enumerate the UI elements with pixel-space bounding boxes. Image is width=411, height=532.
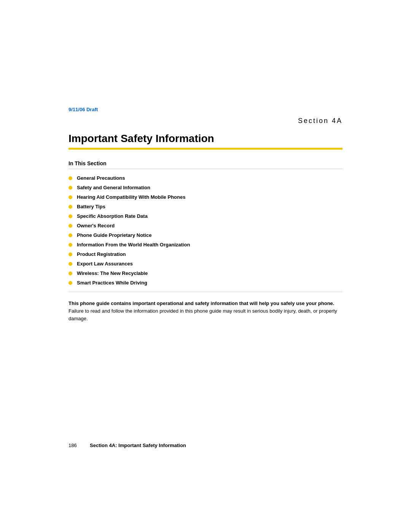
list-item: Export Law Assurances	[68, 261, 342, 267]
list-item: Owner's Record	[68, 223, 342, 228]
footer-page-number: 186	[68, 443, 84, 448]
list-item: Battery Tips	[68, 204, 342, 209]
yellow-rule-divider	[68, 148, 342, 150]
toc-item-label: Safety and General Information	[77, 185, 150, 190]
toc-item-label: Owner's Record	[77, 223, 115, 228]
toc-item-label: General Precautions	[77, 175, 125, 181]
toc-item-label: Battery Tips	[77, 204, 105, 209]
toc-item-label: Smart Practices While Driving	[77, 280, 147, 286]
description-block: This phone guide contains important oper…	[68, 300, 342, 323]
top-divider	[68, 169, 342, 169]
toc-item-label: Information From the World Health Organi…	[77, 242, 190, 248]
toc-item-label: Export Law Assurances	[77, 261, 133, 267]
footer-area: 186 Section 4A: Important Safety Informa…	[0, 443, 411, 448]
bullet-icon	[68, 262, 72, 266]
bullet-icon	[68, 176, 72, 180]
content-area: 9/11/06 Draft Section 4A Important Safet…	[68, 0, 342, 323]
description-bold: This phone guide contains important oper…	[68, 300, 334, 306]
bullet-icon	[68, 252, 72, 256]
bullet-icon	[68, 243, 72, 247]
toc-item-label: Phone Guide Proprietary Notice	[77, 232, 152, 238]
bullet-icon	[68, 233, 72, 237]
bullet-icon	[68, 281, 72, 285]
bullet-icon	[68, 195, 72, 199]
toc-item-label: Product Registration	[77, 251, 126, 257]
in-this-section-heading: In This Section	[68, 160, 342, 166]
list-item: Smart Practices While Driving	[68, 280, 342, 286]
list-item: Hearing Aid Compatibility With Mobile Ph…	[68, 194, 342, 200]
list-item: Phone Guide Proprietary Notice	[68, 232, 342, 238]
toc-item-label: Specific Absorption Rate Data	[77, 213, 148, 219]
page-container: 9/11/06 Draft Section 4A Important Safet…	[0, 0, 411, 532]
draft-label: 9/11/06 Draft	[68, 107, 342, 112]
description-regular: Failure to read and follow the informati…	[68, 308, 337, 321]
bullet-icon	[68, 214, 72, 218]
bottom-divider	[68, 292, 342, 292]
list-item: Safety and General Information	[68, 185, 342, 190]
bullet-icon	[68, 272, 72, 275]
footer-section-label: Section 4A: Important Safety Information	[90, 443, 186, 448]
bullet-icon	[68, 205, 72, 209]
bullet-icon	[68, 186, 72, 190]
list-item: Specific Absorption Rate Data	[68, 213, 342, 219]
list-item: General Precautions	[68, 175, 342, 181]
toc-list: General Precautions Safety and General I…	[68, 175, 342, 286]
list-item: Information From the World Health Organi…	[68, 242, 342, 248]
chapter-title: Important Safety Information	[68, 133, 342, 145]
toc-item-label: Hearing Aid Compatibility With Mobile Ph…	[77, 194, 185, 200]
footer-content: 186 Section 4A: Important Safety Informa…	[68, 443, 342, 448]
section-label: Section 4A	[68, 117, 342, 125]
bullet-icon	[68, 224, 72, 228]
list-item: Wireless: The New Recyclable	[68, 270, 342, 276]
list-item: Product Registration	[68, 251, 342, 257]
toc-item-label: Wireless: The New Recyclable	[77, 270, 148, 276]
